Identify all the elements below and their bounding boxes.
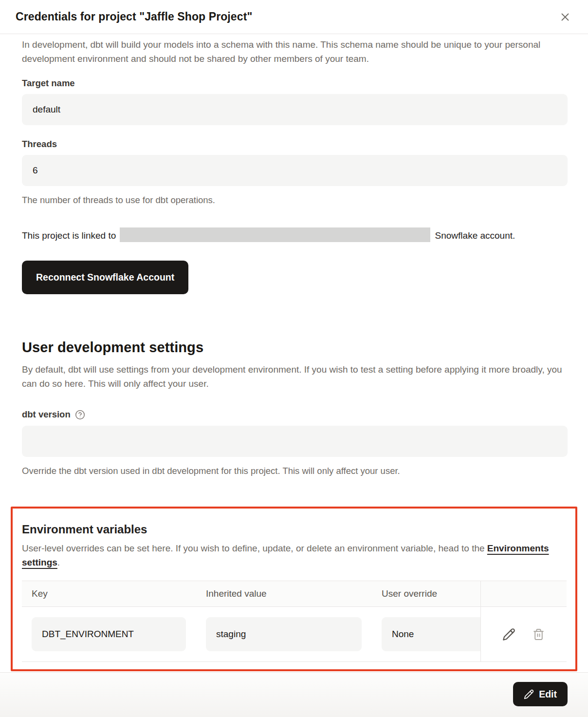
reconnect-snowflake-button[interactable]: Reconnect Snowflake Account: [22, 261, 188, 294]
modal-header: Credentials for project "Jaffle Shop Pro…: [0, 0, 588, 34]
user-dev-settings-description: By default, dbt will use settings from y…: [22, 362, 568, 391]
close-icon: [559, 11, 571, 23]
redacted-account-name: [120, 227, 430, 242]
environment-variables-description: User-level overrides can be set here. If…: [22, 541, 567, 569]
user-override-value: None: [382, 617, 480, 651]
target-name-label: Target name: [22, 78, 568, 89]
linked-account-text: This project is linked to Snowflake acco…: [22, 227, 568, 245]
threads-label: Threads: [22, 139, 568, 150]
pencil-icon: [502, 628, 515, 641]
environment-variables-heading: Environment variables: [22, 523, 567, 536]
edit-variable-button[interactable]: [500, 626, 517, 643]
help-icon[interactable]: [75, 410, 85, 420]
trash-icon: [533, 628, 545, 641]
dbt-version-label: dbt version: [22, 409, 71, 420]
table-header-row: Key Inherited value User override: [22, 581, 567, 607]
environment-variables-table: Key Inherited value User override DBT_EN…: [22, 581, 567, 662]
column-header-user-override: User override: [372, 581, 480, 607]
environment-variables-section: Environment variables User-level overrid…: [11, 507, 577, 671]
column-header-inherited-value: Inherited value: [196, 581, 372, 607]
cell-inherited-value: staging: [196, 607, 372, 662]
cell-user-override: None: [372, 607, 480, 662]
column-header-key: Key: [22, 581, 196, 607]
modal-title: Credentials for project "Jaffle Shop Pro…: [16, 10, 252, 23]
dbt-version-helper: Override the dbt version used in dbt dev…: [22, 465, 568, 477]
edit-pencil-icon: [524, 689, 534, 699]
key-value: DBT_ENVIRONMENT: [32, 617, 186, 651]
schema-description: In development, dbt will build your mode…: [22, 38, 568, 66]
modal-body: In development, dbt will build your mode…: [0, 34, 588, 671]
modal-footer: Edit: [0, 672, 588, 717]
target-name-input[interactable]: [22, 94, 568, 125]
close-button[interactable]: [557, 9, 573, 25]
user-dev-settings-heading: User development settings: [22, 340, 568, 356]
column-header-actions: [480, 581, 567, 607]
delete-variable-button[interactable]: [531, 626, 547, 642]
cell-actions: [480, 607, 567, 662]
threads-helper: The number of threads to use for dbt ope…: [22, 194, 568, 207]
cell-key: DBT_ENVIRONMENT: [22, 607, 196, 662]
edit-button[interactable]: Edit: [513, 682, 568, 706]
table-row: DBT_ENVIRONMENT staging None: [22, 607, 567, 662]
threads-input[interactable]: [22, 155, 568, 186]
inherited-value: staging: [206, 617, 362, 651]
dbt-version-input[interactable]: [22, 426, 568, 457]
